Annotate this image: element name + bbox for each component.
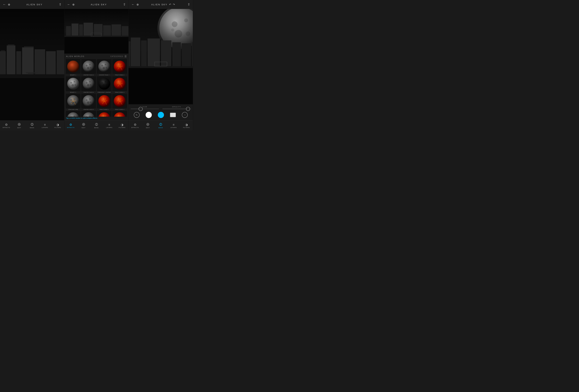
city-scene-3 — [129, 9, 193, 104]
edit-icon-3 — [146, 123, 149, 126]
svg-rect-27 — [79, 24, 83, 36]
toolbar-layers-3[interactable]: ≡ LAYERS — [167, 123, 180, 128]
effect-item-0[interactable]: BINARY 1 — [66, 59, 80, 76]
svg-point-80 — [86, 99, 88, 101]
effect-item-5[interactable]: CRATER FACE 4 — [81, 76, 96, 93]
effect-item-3[interactable]: FRACTURED 2 — [112, 59, 127, 76]
effect-thumb-5 — [81, 76, 96, 91]
svg-point-40 — [86, 65, 88, 67]
panel-2: ← ⊕ ALIEN SKY ⇧ — [64, 0, 129, 131]
toolbar-mask-3[interactable]: MASK — [154, 123, 167, 129]
image-area-2 — [64, 9, 129, 54]
toolbar-effects-3[interactable]: ⚙ EFFECTS — [129, 123, 142, 128]
effect-thumb-13 — [81, 111, 96, 117]
svg-point-63 — [90, 84, 91, 86]
svg-point-66 — [101, 82, 103, 84]
redo-icon[interactable]: ↷ — [173, 3, 175, 6]
effect-item-8[interactable]: CRACKED ORB — [66, 94, 80, 110]
svg-rect-120 — [129, 41, 130, 66]
svg-point-43 — [90, 67, 91, 69]
effect-item-14[interactable]: FRACTURED 10 — [97, 111, 112, 117]
svg-rect-125 — [172, 42, 181, 66]
svg-rect-32 — [122, 26, 129, 36]
back-button-1[interactable]: ← — [3, 3, 6, 6]
image-area-1 — [0, 9, 64, 120]
mask-label-2: MASK — [94, 127, 99, 129]
white-brush[interactable] — [145, 112, 152, 118]
edit-icon-2 — [82, 123, 85, 126]
effect-label-8: CRACKED ORB — [68, 109, 78, 110]
header-left-1: ← ⊕ — [3, 3, 10, 6]
svg-point-37 — [67, 61, 79, 73]
size-slider-thumb[interactable] — [139, 107, 143, 111]
opacity-slider-track[interactable] — [162, 109, 191, 109]
svg-point-60 — [86, 82, 88, 84]
gray-brush[interactable] — [170, 113, 176, 117]
effect-item-6[interactable]: CRESCENT CRATER — [97, 76, 112, 93]
cyan-brush[interactable] — [158, 112, 164, 118]
toolbar-mask-1[interactable]: MASK — [26, 123, 38, 129]
opacity-slider-thumb[interactable] — [186, 107, 190, 111]
image-area-3 — [129, 9, 193, 104]
toolbar-effects-2[interactable]: ⚙ EFFECTS — [64, 123, 77, 128]
svg-rect-28 — [84, 23, 93, 36]
svg-rect-16 — [28, 73, 36, 74]
svg-point-82 — [87, 101, 89, 104]
panel-3: ← ⊕ ALIEN SKY ↶ ↷ ⇧ — [129, 0, 193, 131]
svg-point-68 — [102, 84, 105, 86]
effect-item-10[interactable]: FRACTURED 1 — [97, 94, 112, 110]
svg-point-75 — [74, 98, 75, 100]
share-button-1[interactable]: ⇧ — [59, 2, 62, 6]
effect-item-11[interactable]: FRACTURED 4 — [112, 94, 127, 110]
reset-tool[interactable]: ↻ — [134, 112, 140, 118]
svg-point-116 — [171, 28, 174, 31]
toolbar-layers-1[interactable]: ≡ LAYERS — [38, 123, 51, 128]
effect-label-0: BINARY 1 — [70, 74, 76, 76]
svg-rect-124 — [161, 40, 171, 66]
effects-title: ALIEN WORLDS — [66, 55, 84, 57]
effect-item-7[interactable]: FRACTURED 3 — [112, 76, 127, 93]
toolbar-filters-2[interactable]: ◑ FILTERS — [116, 123, 129, 128]
zoom-button-1[interactable]: ⊕ — [8, 3, 10, 6]
back-button-3[interactable]: ← — [131, 3, 135, 6]
effect-item-4[interactable]: BINARY 2 — [66, 76, 80, 93]
toolbar-filters-1[interactable]: ◑ FILTERS — [51, 123, 64, 128]
zoom-button-2[interactable]: ⊕ — [72, 3, 74, 6]
filters-label-1: FILTERS — [54, 127, 61, 128]
undo-icon[interactable]: ↶ — [169, 3, 171, 6]
effects-header: ALIEN WORLDS CATEGORIES ☰ — [66, 55, 127, 58]
effect-item-13[interactable]: CRATER FACE 6 — [81, 111, 96, 117]
toolbar-filters-3[interactable]: ◑ FILTERS — [180, 123, 193, 128]
effects-label-1: EFFECTS — [3, 127, 10, 128]
effect-item-9[interactable]: CRATER FACE 5 — [81, 94, 96, 110]
size-slider-track[interactable] — [131, 109, 159, 109]
toolbar-edit-2[interactable]: EDIT — [77, 123, 90, 129]
effects-right: CATEGORIES ☰ — [110, 55, 127, 58]
svg-point-49 — [105, 67, 107, 69]
effect-item-2[interactable]: CRATER FACE 7 — [97, 59, 112, 76]
toolbar-edit-3[interactable]: EDIT — [142, 123, 154, 129]
effect-item-15[interactable]: FRACTURED 5 — [112, 111, 127, 117]
toolbar-layers-2[interactable]: ≡ LAYERS — [103, 123, 116, 128]
svg-point-47 — [105, 64, 106, 65]
edit-label-2: EDIT — [82, 127, 85, 129]
toolbar-mask-2[interactable]: MASK — [90, 123, 103, 129]
effect-item-1[interactable]: CRATER FACE 3 — [81, 59, 96, 76]
svg-point-115 — [186, 31, 190, 36]
toolbar-edit-1[interactable]: EDIT — [13, 123, 26, 129]
city-scene-1 — [0, 9, 64, 120]
svg-point-67 — [105, 81, 106, 83]
back-button-2[interactable]: ← — [67, 3, 70, 6]
grid-icon[interactable]: ☰ — [125, 55, 127, 58]
share-button-2[interactable]: ⇧ — [123, 2, 126, 6]
effect-thumb-10 — [97, 94, 112, 108]
filters-label-2: FILTERS — [119, 127, 125, 128]
effect-label-9: CRATER FACE 5 — [83, 109, 94, 110]
effect-item-12[interactable]: CRATER FACE 2 — [66, 111, 80, 117]
zoom-button-3[interactable]: ⊕ — [137, 3, 139, 6]
minus-tool[interactable]: − — [182, 112, 188, 118]
svg-point-55 — [74, 81, 75, 83]
share-button-3[interactable]: ⇧ — [188, 2, 190, 6]
svg-point-39 — [83, 61, 95, 73]
toolbar-effects-1[interactable]: ⚙ EFFECTS — [0, 123, 13, 128]
